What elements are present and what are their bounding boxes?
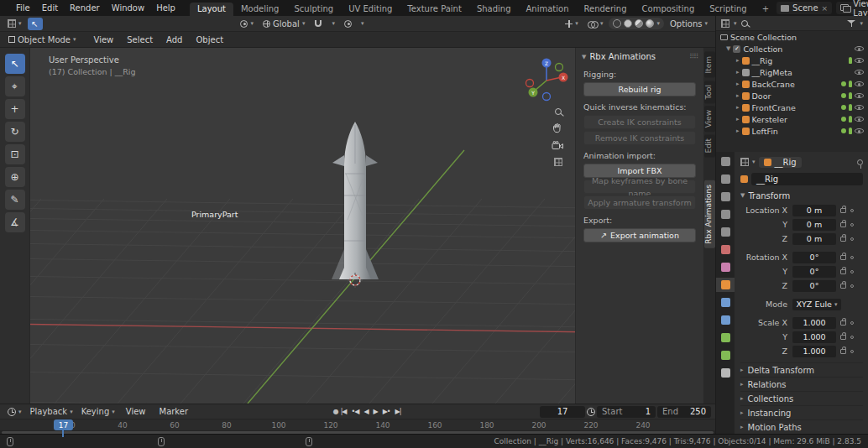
apply-armature-button[interactable]: Apply armature transform bbox=[583, 195, 696, 210]
menu-select[interactable]: Select bbox=[121, 35, 159, 44]
tab-scripting[interactable]: Scripting bbox=[702, 3, 754, 16]
menu-keying[interactable]: Keying ▾ bbox=[78, 406, 118, 417]
tab-view[interactable]: View bbox=[704, 106, 715, 132]
menu-timeline-view[interactable]: View bbox=[120, 407, 152, 416]
tab-rbx-animations[interactable]: Rbx Animations bbox=[704, 180, 715, 248]
outliner-editor-type-icon[interactable] bbox=[721, 19, 729, 28]
scale-z-field[interactable]: 1.000 bbox=[792, 346, 836, 357]
animate-dot-icon[interactable] bbox=[850, 237, 854, 241]
next-keyframe-button[interactable]: ▶• bbox=[383, 408, 390, 415]
object-name-field[interactable]: __Rig bbox=[751, 173, 863, 185]
section-instancing[interactable]: ▸Instancing bbox=[740, 405, 863, 419]
tab-render-icon[interactable] bbox=[721, 175, 730, 184]
outliner-search-icon[interactable] bbox=[741, 20, 748, 27]
animate-dot-icon[interactable] bbox=[850, 256, 854, 259]
menu-help[interactable]: Help bbox=[150, 3, 181, 13]
timeline-ruler[interactable]: 20 40 60 80 100 120 140 160 180 200 220 … bbox=[0, 419, 715, 431]
scene-unlink-icon[interactable]: × bbox=[822, 4, 829, 13]
lock-icon[interactable] bbox=[840, 320, 846, 326]
animate-dot-icon[interactable] bbox=[850, 209, 854, 212]
outliner-row-rig[interactable]: ▸ __Rig bbox=[716, 55, 868, 66]
shading-rendered-button[interactable] bbox=[646, 19, 654, 28]
proportional-edit-toggle[interactable] bbox=[341, 19, 355, 29]
tab-edit[interactable]: Edit bbox=[704, 134, 715, 157]
eye-icon[interactable] bbox=[855, 104, 864, 112]
section-collections[interactable]: ▸Collections bbox=[740, 391, 863, 405]
rotation-z-field[interactable]: 0° bbox=[792, 280, 836, 292]
proportional-edit-dropdown[interactable]: ▾ bbox=[358, 19, 368, 28]
transform-section-header[interactable]: ▼ Transform bbox=[740, 188, 863, 203]
play-reverse-button[interactable]: ◀ bbox=[363, 408, 368, 415]
tab-view-layer-icon[interactable] bbox=[721, 210, 730, 219]
timeline-editor-type-dropdown[interactable]: ▾ bbox=[4, 407, 25, 417]
tab-tool[interactable]: Tool bbox=[704, 81, 715, 103]
current-frame-field[interactable]: 17 bbox=[540, 406, 585, 418]
lock-icon[interactable] bbox=[840, 255, 846, 260]
menu-file[interactable]: File bbox=[10, 3, 36, 13]
lock-icon[interactable] bbox=[840, 222, 846, 227]
eye-icon[interactable] bbox=[855, 128, 864, 135]
outliner-row-kersteler[interactable]: ▸ Kersteler bbox=[716, 113, 868, 125]
frame-range-icon[interactable] bbox=[587, 408, 595, 416]
breadcrumb[interactable]: __Rig bbox=[759, 157, 802, 168]
animate-dot-icon[interactable] bbox=[850, 223, 854, 227]
scene-selector[interactable]: Scene × bbox=[776, 2, 832, 14]
location-z-field[interactable]: 0 m bbox=[792, 233, 836, 245]
menu-render[interactable]: Render bbox=[64, 3, 106, 13]
section-motion-paths[interactable]: ▸Motion Paths bbox=[740, 419, 863, 434]
remove-ik-button[interactable]: Remove IK constraints bbox=[583, 131, 696, 145]
animate-dot-icon[interactable] bbox=[850, 336, 854, 339]
auto-key-record-button[interactable]: ● bbox=[333, 408, 339, 415]
eye-icon[interactable] bbox=[855, 116, 864, 123]
tab-uv-editing[interactable]: UV Editing bbox=[341, 3, 400, 16]
collection-checkbox[interactable]: ✓ bbox=[733, 45, 740, 53]
eye-icon[interactable] bbox=[855, 69, 864, 76]
snap-dropdown[interactable]: ▾ bbox=[328, 19, 338, 28]
create-ik-button[interactable]: Create IK constraints bbox=[583, 115, 696, 129]
location-y-field[interactable]: 0 m bbox=[792, 219, 836, 231]
options-dropdown[interactable]: Options ▾ bbox=[667, 18, 711, 29]
animate-dot-icon[interactable] bbox=[850, 321, 854, 325]
pin-icon[interactable] bbox=[857, 159, 863, 165]
menu-marker[interactable]: Marker bbox=[154, 407, 195, 416]
menu-window[interactable]: Window bbox=[106, 3, 150, 13]
add-workspace-button[interactable]: + bbox=[755, 3, 776, 16]
outliner-row-frontcrane[interactable]: ▸ FrontCrane bbox=[716, 102, 868, 113]
tab-world-icon[interactable] bbox=[721, 245, 730, 254]
shading-material-button[interactable] bbox=[635, 19, 643, 28]
menu-view[interactable]: View bbox=[88, 35, 120, 44]
rotation-x-field[interactable]: 0° bbox=[792, 252, 836, 263]
prev-keyframe-button[interactable]: •◀ bbox=[352, 408, 359, 415]
properties-editor-type-icon[interactable] bbox=[740, 158, 749, 166]
tab-collection-icon[interactable] bbox=[721, 263, 730, 272]
eye-icon[interactable] bbox=[855, 92, 864, 100]
panel-header[interactable]: ▼ Rbx Animations ⠿⠿ bbox=[576, 48, 703, 64]
playhead[interactable]: 17 bbox=[54, 419, 73, 430]
snap-toggle[interactable] bbox=[311, 19, 326, 28]
outliner-row-rigmeta[interactable]: ▸ __RigMeta bbox=[716, 66, 868, 78]
ortho-grid-icon[interactable] bbox=[554, 158, 562, 166]
camera-view-icon[interactable] bbox=[552, 141, 564, 150]
tab-scene-icon[interactable] bbox=[721, 227, 730, 237]
tab-texture-paint[interactable]: Texture Paint bbox=[400, 3, 469, 16]
tab-physics-icon[interactable] bbox=[721, 315, 730, 325]
overlays-dropdown[interactable]: ▾ bbox=[584, 19, 607, 29]
outliner-row-scene-collection[interactable]: Scene Collection bbox=[716, 31, 868, 43]
outliner-row-leftfin[interactable]: ▸ LeftFin bbox=[716, 125, 868, 137]
rebuild-rig-button[interactable]: Rebuild rig bbox=[583, 82, 696, 96]
tab-constraints-icon[interactable] bbox=[721, 333, 730, 342]
lock-icon[interactable] bbox=[840, 269, 846, 274]
lock-icon[interactable] bbox=[840, 208, 846, 213]
tool-transform[interactable]: ⊕ bbox=[5, 167, 25, 187]
tool-select-box[interactable]: ↖ bbox=[5, 54, 25, 74]
tool-measure[interactable]: ∡ bbox=[5, 212, 25, 232]
tab-output-icon[interactable] bbox=[721, 192, 730, 201]
tab-animation[interactable]: Animation bbox=[519, 3, 577, 16]
scale-x-field[interactable]: 1.000 bbox=[792, 317, 836, 329]
tool-rotate[interactable]: ↻ bbox=[5, 122, 25, 142]
eye-icon[interactable] bbox=[855, 45, 864, 53]
tab-material-icon[interactable] bbox=[721, 368, 730, 378]
eye-icon[interactable] bbox=[855, 81, 864, 88]
navigation-gizmo[interactable]: Z X Y bbox=[522, 55, 571, 103]
lock-icon[interactable] bbox=[840, 284, 846, 289]
